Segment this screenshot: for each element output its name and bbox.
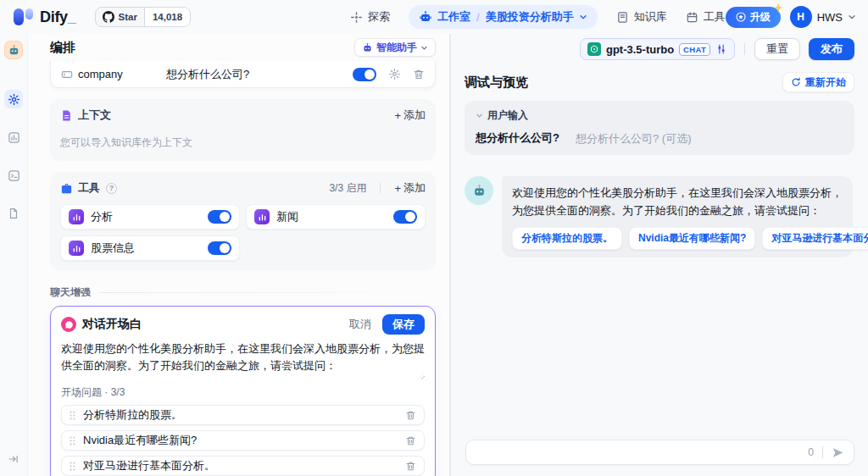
sparkle-icon (774, 3, 783, 13)
user-input-collapse[interactable]: 用户输入 (476, 108, 843, 123)
tool-card-stock-info[interactable]: 股票信息 (60, 235, 240, 261)
send-icon[interactable] (832, 446, 844, 459)
tools-section: 工具 ? 3/3 启用 +添加 分析 新闻 股票信息 (50, 172, 436, 270)
nav-app-name: 美股投资分析助手 (486, 9, 574, 25)
variable-toggle[interactable] (353, 68, 376, 81)
tools-add-button[interactable]: +添加 (394, 180, 426, 196)
help-icon[interactable]: ? (106, 183, 117, 194)
publish-button[interactable]: 发布 (809, 38, 854, 60)
suggested-question-chip[interactable]: 对亚马逊进行基本面分析。 (762, 227, 868, 250)
drag-handle-icon[interactable] (70, 462, 75, 471)
save-button[interactable]: 保存 (382, 314, 425, 335)
preview-title: 调试与预览 (465, 75, 528, 91)
model-toolbar: gpt-3.5-turbo CHAT 重置 发布 (465, 34, 854, 64)
explore-icon (350, 11, 363, 24)
left-rail (0, 34, 27, 476)
tool-toggle[interactable] (393, 210, 417, 224)
variable-settings-icon[interactable] (388, 68, 401, 80)
chart-icon (69, 241, 84, 256)
assistant-message-bubble: 欢迎使用您的个性化美股分析助手，在这里我们会深入地股票分析，为您提供全面的洞察。… (502, 176, 853, 257)
variable-field-icon (61, 69, 73, 80)
openai-icon (587, 42, 601, 56)
tool-toggle[interactable] (208, 210, 231, 224)
tools-enabled-count: 3/3 启用 (329, 181, 366, 196)
book-icon (616, 11, 629, 24)
cancel-button[interactable]: 取消 (349, 317, 371, 332)
question-delete-icon[interactable] (405, 461, 416, 472)
toolbox-icon (686, 11, 698, 24)
chat-enhance-divider: 聊天增强 (50, 285, 436, 300)
user-name: HWS (817, 11, 843, 24)
assistant-type-badge[interactable]: 智能助手 (354, 38, 436, 57)
user-input-card: 用户输入 想分析什么公司? (465, 101, 854, 155)
char-count: 0 (808, 446, 814, 458)
robot-icon (362, 42, 373, 53)
dify-logo-icon (14, 8, 33, 27)
model-selector[interactable]: gpt-3.5-turbo CHAT (580, 38, 735, 60)
assistant-avatar (465, 176, 493, 205)
nav-studio-label: 工作室 (437, 9, 470, 25)
opening-question-row[interactable]: 对亚马逊进行基本面分析。 (61, 456, 425, 476)
chart-icon (69, 209, 84, 224)
nav-explore[interactable]: 探索 (350, 9, 390, 25)
account-menu[interactable]: H HWS (790, 6, 856, 28)
chevron-down-icon (848, 13, 856, 21)
rail-monitoring-icon[interactable] (4, 128, 23, 147)
tool-toggle[interactable] (208, 241, 231, 255)
github-star-widget[interactable]: Star 14,018 (95, 7, 192, 27)
dify-logo[interactable]: Dify_ (14, 8, 76, 27)
top-header: Dify_ Star 14,018 探索 工作室 / 美股投资分析助手 知识库 … (0, 0, 868, 34)
chat-input[interactable] (476, 446, 800, 459)
collapse-sidebar-icon[interactable] (8, 453, 19, 465)
opening-questions-label: 开场问题 · 3/3 (61, 385, 425, 400)
conversation-opener-card: 对话开场白 取消 保存 欢迎使用您的个性化美股分析助手，在这里我们会深入地股票分… (50, 306, 436, 476)
chevron-down-icon (579, 13, 587, 21)
chat-bubble-icon (61, 317, 76, 332)
tool-card-news[interactable]: 新闻 (246, 204, 426, 230)
app-icon[interactable] (4, 41, 23, 59)
nav-knowledge[interactable]: 知识库 (616, 9, 667, 25)
variable-card: company 想分析什么公司? (50, 61, 436, 88)
rail-logs-icon[interactable] (4, 166, 23, 185)
model-mode-tag: CHAT (679, 43, 710, 56)
chevron-down-icon (420, 44, 428, 52)
orchestrate-panel: 编排 智能助手 company 想分析什么公司? 上下文 +添加 您可以导入知识… (27, 34, 450, 476)
robot-icon (419, 10, 432, 24)
opening-question-row[interactable]: 分析特斯拉的股票。 (61, 405, 425, 425)
nav-tools[interactable]: 工具 (686, 9, 726, 25)
drag-handle-icon[interactable] (70, 411, 75, 420)
briefcase-icon (60, 182, 73, 195)
refresh-icon (791, 77, 801, 87)
variable-name: company (78, 68, 166, 80)
reset-button[interactable]: 重置 (754, 38, 800, 60)
chart-icon (254, 209, 270, 224)
nav-studio-pill[interactable]: 工作室 / 美股投资分析助手 (409, 5, 598, 29)
upgrade-star-icon (736, 12, 746, 22)
star-label: Star (119, 12, 137, 22)
assistant-message-text: 欢迎使用您的个性化美股分析助手，在这里我们会深入地股票分析，为您提供全面的洞察。… (512, 185, 843, 220)
model-params-icon[interactable] (715, 43, 727, 55)
github-icon (103, 11, 114, 23)
variable-delete-icon[interactable] (413, 69, 425, 80)
company-input[interactable] (576, 132, 843, 145)
opening-question-row[interactable]: Nvidia最近有哪些新闻? (61, 430, 425, 451)
star-count: 14,018 (144, 8, 190, 26)
suggested-question-chip[interactable]: Nvidia最近有哪些新闻? (629, 227, 755, 250)
page-title: 编排 (50, 40, 75, 56)
question-delete-icon[interactable] (405, 410, 416, 421)
top-nav: 探索 工作室 / 美股投资分析助手 知识库 工具 (350, 5, 726, 29)
question-delete-icon[interactable] (405, 435, 416, 446)
dify-logo-text: Dify_ (40, 8, 76, 26)
rail-docs-icon[interactable] (4, 204, 23, 223)
context-section: 上下文 +添加 您可以导入知识库作为上下文 (50, 99, 436, 161)
upgrade-button[interactable]: 升级 (726, 7, 781, 28)
opener-textarea[interactable]: 欢迎使用您的个性化美股分析助手，在这里我们会深入地股票分析，为您提供全面的洞察。… (61, 340, 425, 374)
tool-card-analysis[interactable]: 分析 (60, 204, 240, 230)
variable-question: 想分析什么公司? (166, 67, 249, 82)
preview-panel: gpt-3.5-turbo CHAT 重置 发布 调试与预览 重新开始 用户输入… (450, 34, 868, 476)
drag-handle-icon[interactable] (70, 436, 75, 446)
rail-orchestrate-icon[interactable] (4, 90, 23, 108)
restart-button[interactable]: 重新开始 (782, 72, 854, 92)
suggested-question-chip[interactable]: 分析特斯拉的股票。 (512, 227, 622, 250)
context-add-button[interactable]: +添加 (394, 108, 426, 123)
